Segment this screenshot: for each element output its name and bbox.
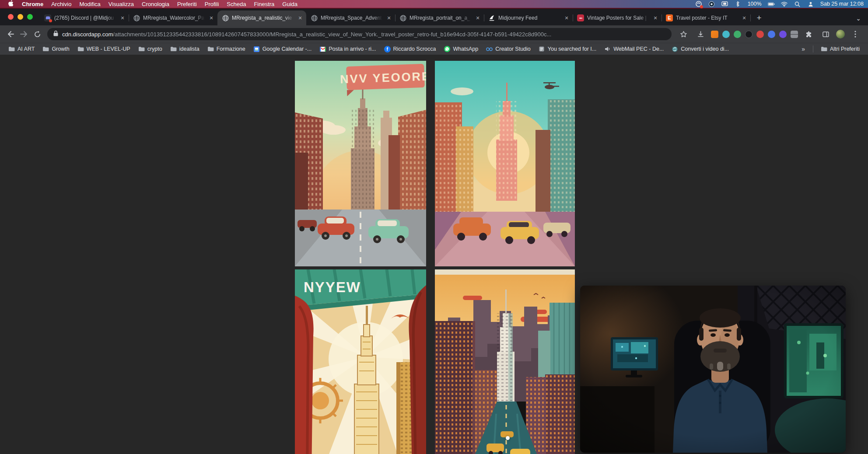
tab-title: Vintage Posters for Sale | — [587, 15, 649, 21]
google-calendar-icon — [253, 46, 260, 52]
bookmarks-overflow-chevron[interactable]: » — [798, 45, 808, 52]
tab-etsy[interactable]: E Travel poster - Etsy IT ✕ — [662, 10, 750, 25]
menubar-item-profili[interactable]: Profili — [201, 1, 223, 7]
bookmark-folder-idealista[interactable]: idealista — [167, 45, 203, 53]
menubar-item-chrome[interactable]: Chrome — [18, 1, 47, 7]
poster-top-left: NVV YEOORE — [295, 61, 426, 266]
bookmark-label: Growth — [52, 46, 69, 52]
cursor-dot — [506, 436, 510, 440]
tab-title: (2765) Discord | @Midjou — [54, 15, 116, 21]
shield-icon[interactable] — [708, 0, 715, 7]
side-panel-icon[interactable] — [819, 28, 832, 41]
tab-vintage-posters[interactable]: Vintage Posters for Sale | ✕ — [573, 10, 662, 25]
creator-studio-icon — [486, 46, 493, 52]
minimize-window-button[interactable] — [18, 14, 23, 20]
apple-menu-icon[interactable] — [4, 0, 18, 8]
gmail-icon — [319, 46, 326, 52]
extensions-puzzle-icon[interactable] — [802, 28, 815, 41]
fast-user-switch-icon[interactable] — [807, 0, 814, 7]
menubar-item-archivio[interactable]: Archivio — [47, 1, 75, 7]
globe-favicon — [311, 14, 318, 21]
lock-icon[interactable] — [53, 31, 59, 38]
battery-icon — [768, 0, 775, 7]
bluetooth-icon[interactable] — [735, 0, 742, 7]
tab-title: MRregista_portrait_on_a_ — [410, 15, 471, 21]
bookmark-folder-web-level-up[interactable]: WEB - LEVEL-UP — [74, 45, 133, 53]
bookmark-folder-growth[interactable]: Growth — [39, 45, 72, 53]
tab-title: Travel poster - Etsy IT — [676, 15, 738, 21]
menubar-item-finestra[interactable]: Finestra — [250, 1, 278, 7]
tab-close-icon[interactable]: ✕ — [652, 14, 659, 21]
tab-close-icon[interactable]: ✕ — [119, 14, 126, 21]
bookmark-label: Converti i video di... — [681, 46, 729, 52]
profile-avatar[interactable] — [836, 30, 845, 38]
leaf-extension-icon[interactable] — [734, 31, 741, 38]
bookmark-label: WEB - LEVEL-UP — [87, 46, 130, 52]
install-icon[interactable] — [694, 28, 707, 41]
zoom-window-button[interactable] — [27, 14, 33, 20]
whatsapp-icon — [444, 46, 451, 52]
tab-close-icon[interactable]: ✕ — [563, 14, 570, 21]
tab-close-icon[interactable]: ✕ — [208, 14, 215, 21]
tab-close-icon[interactable]: ✕ — [474, 14, 481, 21]
menubar-item-visualizza[interactable]: Visualizza — [105, 1, 138, 7]
bookmark-webmail-pec[interactable]: WebMail PEC - De... — [601, 45, 667, 53]
bookmark-folder-crypto[interactable]: crypto — [135, 45, 165, 53]
grid-extension-icon[interactable] — [791, 31, 798, 38]
tab-midjourney-feed[interactable]: Midjourney Feed ✕ — [484, 10, 573, 25]
menubar-item-modifica[interactable]: Modifica — [75, 1, 104, 7]
convert-arrows-icon — [672, 46, 678, 52]
red-extension-icon[interactable] — [756, 31, 764, 38]
menubar-item-preferiti[interactable]: Preferiti — [173, 1, 201, 7]
blue-extension-icon[interactable] — [768, 31, 775, 38]
bookmark-label: crypto — [147, 46, 162, 52]
tab-search-chevron-icon[interactable]: ⌄ — [856, 15, 868, 22]
display-icon[interactable] — [721, 0, 728, 7]
bookmark-star-icon[interactable] — [677, 28, 690, 41]
wifi-icon[interactable] — [781, 0, 788, 7]
forward-button[interactable] — [18, 28, 31, 41]
menubar-item-scheda[interactable]: Scheda — [223, 1, 250, 7]
poster-bottom-right — [435, 269, 575, 454]
fox-extension-icon[interactable] — [711, 31, 718, 38]
tab-portrait[interactable]: MRregista_portrait_on_a_ ✕ — [395, 10, 484, 25]
bookmark-google-calendar[interactable]: Google Calendar -... — [250, 45, 315, 53]
new-tab-button[interactable]: + — [753, 12, 765, 24]
kebab-menu-icon[interactable] — [849, 28, 862, 41]
address-bar[interactable]: cdn.discordapp.com /attachments/10135123… — [47, 28, 672, 40]
reload-button[interactable] — [31, 28, 44, 41]
bookmark-folder-ai-art[interactable]: AI ART — [5, 45, 38, 53]
dark-circle-extension-icon[interactable] — [745, 31, 752, 38]
bookmark-gmail-inbox[interactable]: Posta in arrivo - ri... — [316, 45, 379, 53]
url-path: /attachments/1013512335442333816/1089142… — [113, 31, 665, 38]
menubar-clock[interactable]: Sab 25 mar 12:08 — [820, 1, 864, 7]
bookmark-creator-studio[interactable]: Creator Studio — [483, 45, 534, 53]
tab-watercolor[interactable]: MRregista_Watercolor_Pa ✕ — [129, 10, 217, 25]
globe-favicon — [399, 14, 406, 21]
purple-extension-icon[interactable] — [779, 31, 787, 38]
notification-app-icon[interactable] — [695, 0, 702, 7]
tab-realistic-view-active[interactable]: MRregista_a_realistic_vie ✕ — [217, 10, 306, 25]
globe-favicon — [133, 14, 140, 21]
menubar-item-cronologia[interactable]: Cronologia — [138, 1, 173, 7]
spotlight-search-icon[interactable] — [794, 0, 801, 7]
vintage-posters-favicon — [577, 14, 584, 21]
bookmark-converti-video[interactable]: Converti i video di... — [668, 45, 732, 53]
tab-space-adventure[interactable]: MRregista_Space_Advent ✕ — [306, 10, 395, 25]
bookmark-whatsapp[interactable]: WhatsApp — [441, 45, 482, 53]
poster-title-bottom-left: NYYEW — [304, 279, 361, 295]
tab-discord[interactable]: (2765) Discord | @Midjou ✕ — [40, 10, 129, 25]
tab-close-icon[interactable]: ✕ — [385, 14, 392, 21]
bookmark-folder-formazione[interactable]: Formazione — [204, 45, 248, 53]
other-bookmarks-folder[interactable]: Altri Preferiti — [818, 45, 863, 53]
chrome-toolbar: cdn.discordapp.com /attachments/10135123… — [0, 25, 868, 43]
tab-close-icon[interactable]: ✕ — [297, 14, 304, 21]
close-window-button[interactable] — [8, 14, 14, 20]
tab-close-icon[interactable]: ✕ — [741, 14, 748, 21]
teal-extension-icon[interactable] — [722, 31, 730, 38]
bookmark-facebook-profile[interactable]: f Riccardo Scrocca — [381, 45, 439, 53]
back-button[interactable] — [4, 28, 18, 41]
menubar-status-area: 100% Sab 25 mar 12:08 — [695, 0, 864, 7]
menubar-item-guida[interactable]: Guida — [278, 1, 301, 7]
bookmark-you-searched[interactable]: You searched for I... — [536, 45, 599, 53]
